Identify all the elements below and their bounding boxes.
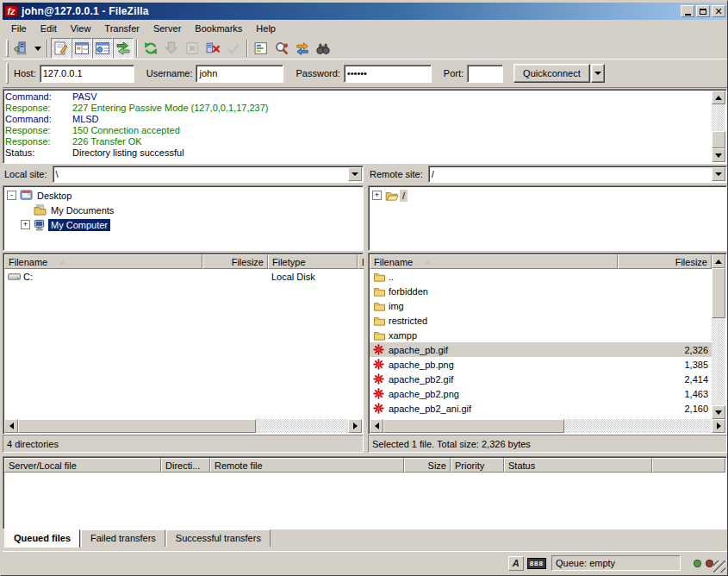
tree-expander-icon[interactable]: + <box>21 220 30 229</box>
scroll-up-button[interactable] <box>712 254 725 268</box>
column-header-size[interactable]: Size <box>404 458 451 473</box>
tree-item-my-documents[interactable]: My Documents <box>5 203 361 217</box>
chevron-down-icon <box>715 172 722 176</box>
arrow-down-icon <box>715 410 722 415</box>
scroll-left-button[interactable] <box>370 419 383 433</box>
tree-expander-icon[interactable]: + <box>372 191 382 200</box>
scroll-down-button[interactable] <box>712 148 725 162</box>
menu-help[interactable]: Help <box>249 22 283 35</box>
column-header-status[interactable]: Status <box>504 458 652 473</box>
local-horizontal-scrollbar[interactable] <box>4 419 362 433</box>
quickconnect-grip[interactable] <box>6 63 9 84</box>
close-button[interactable]: ✕ <box>712 5 725 17</box>
scrollbar-track[interactable] <box>383 419 712 433</box>
column-header-item[interactable] <box>652 458 725 473</box>
password-input[interactable] <box>344 65 432 83</box>
menu-transfer[interactable]: Transfer <box>97 22 146 35</box>
process-queue-icon[interactable] <box>161 38 182 59</box>
column-header-priority[interactable]: Priority <box>451 458 504 473</box>
host-input[interactable] <box>40 65 134 83</box>
menu-bookmarks[interactable]: Bookmarks <box>188 22 249 35</box>
file-row-apache-pb2-gif[interactable]: apache_pb2.gif2,414 <box>370 372 712 386</box>
menu-file[interactable]: File <box>4 22 34 35</box>
toolbar-grip[interactable] <box>6 40 9 57</box>
disconnect-icon[interactable] <box>202 38 223 59</box>
scrollbar-track[interactable] <box>712 268 725 405</box>
tab-queued-files[interactable]: Queued files <box>4 529 80 548</box>
quickconnect-button[interactable]: Quickconnect <box>513 64 590 83</box>
log-line-label: Response: <box>5 103 72 114</box>
synchronized-browsing-icon[interactable] <box>292 38 313 59</box>
toggle-queue-icon[interactable] <box>113 38 134 59</box>
tab-successful-transfers[interactable]: Successful transfers <box>166 529 271 547</box>
file-row-item[interactable]: .. <box>370 269 712 284</box>
tree-item-my-computer[interactable]: +My Computer <box>5 217 361 232</box>
username-input[interactable] <box>196 65 283 83</box>
file-row-forbidden[interactable]: forbidden <box>370 284 712 298</box>
cancel-icon[interactable] <box>182 38 202 59</box>
toggle-local-tree-icon[interactable] <box>72 38 92 59</box>
log-vertical-scrollbar[interactable] <box>712 91 725 162</box>
toggle-message-log-icon[interactable] <box>51 38 72 59</box>
remote-site-dropdown-button[interactable] <box>712 167 725 181</box>
site-manager-icon[interactable] <box>10 38 31 59</box>
file-row-xampp[interactable]: xampp <box>370 328 712 342</box>
remote-horizontal-scrollbar[interactable] <box>370 419 725 433</box>
maximize-button[interactable] <box>696 5 710 17</box>
tree-item-desktop[interactable]: -Desktop <box>5 188 361 203</box>
scroll-up-button[interactable] <box>712 91 725 104</box>
column-header-filesize[interactable]: Filesize <box>618 254 712 269</box>
file-row-apache-pb2-ani-gif[interactable]: apache_pb2_ani.gif2,160 <box>370 401 712 416</box>
refresh-icon[interactable] <box>140 38 161 59</box>
column-header-filetype[interactable]: Filetype <box>268 254 358 269</box>
local-site-combobox[interactable]: \ <box>53 166 364 183</box>
port-input[interactable] <box>467 65 503 83</box>
tree-expander-icon[interactable]: - <box>7 191 16 200</box>
scroll-left-button[interactable] <box>4 419 18 433</box>
tab-failed-transfers[interactable]: Failed transfers <box>81 529 165 547</box>
scrollbar-thumb[interactable] <box>712 131 725 148</box>
scrollbar-thumb[interactable] <box>383 419 564 433</box>
scrollbar-track[interactable] <box>18 419 348 433</box>
file-row-apache-pb-gif[interactable]: apache_pb.gif2,326 <box>370 342 712 357</box>
scrollbar-track[interactable] <box>712 104 725 148</box>
reconnect-icon[interactable] <box>223 38 244 59</box>
column-header-directi[interactable]: Directi... <box>161 458 210 473</box>
file-row-restricted[interactable]: restricted <box>370 313 712 328</box>
column-header-server-local-file[interactable]: Server/Local file <box>4 458 161 473</box>
speed-limits-icon[interactable]: 888 <box>527 558 546 569</box>
scrollbar-thumb[interactable] <box>18 419 256 433</box>
scroll-right-button[interactable] <box>712 419 725 433</box>
password-label: Password: <box>296 68 339 78</box>
find-files-icon[interactable] <box>313 38 333 59</box>
scroll-right-button[interactable] <box>348 419 362 433</box>
column-header-filename[interactable]: Filename <box>370 254 618 269</box>
remote-vertical-scrollbar[interactable] <box>712 254 725 419</box>
menu-edit[interactable]: Edit <box>34 22 64 35</box>
file-row-c[interactable]: C:Local Disk <box>4 269 362 284</box>
menu-view[interactable]: View <box>64 22 98 35</box>
local-status-bar: 4 directories <box>3 435 364 453</box>
site-manager-dropdown-icon[interactable] <box>31 38 44 59</box>
directory-comparison-icon[interactable] <box>271 38 292 59</box>
title-bar[interactable]: fz john@127.0.0.1 - FileZilla ✕ <box>3 3 727 20</box>
column-header-filesize[interactable]: Filesize <box>202 254 268 269</box>
tree-item-item[interactable]: +/ <box>370 188 725 203</box>
resize-grip[interactable] <box>713 560 725 573</box>
transfer-type-icon[interactable]: A <box>508 556 524 571</box>
minimize-button[interactable] <box>681 5 694 17</box>
quickconnect-dropdown-button[interactable] <box>591 64 605 83</box>
file-row-apache-pb-png[interactable]: apache_pb.png1,385 <box>370 357 712 372</box>
column-header-filename[interactable]: Filename <box>4 254 202 269</box>
file-row-apache-pb2-png[interactable]: apache_pb2.png1,463 <box>370 386 712 401</box>
menu-server[interactable]: Server <box>146 22 188 35</box>
scrollbar-thumb[interactable] <box>712 268 725 318</box>
column-header-remote-file[interactable]: Remote file <box>210 458 404 473</box>
toggle-remote-tree-icon[interactable] <box>92 38 113 59</box>
local-site-dropdown-button[interactable] <box>348 167 362 181</box>
filter-icon[interactable] <box>251 38 271 59</box>
filezilla-app-icon: fz <box>4 5 18 17</box>
scroll-down-button[interactable] <box>712 405 725 419</box>
file-row-img[interactable]: img <box>370 298 712 313</box>
remote-site-combobox[interactable]: / <box>428 166 727 183</box>
